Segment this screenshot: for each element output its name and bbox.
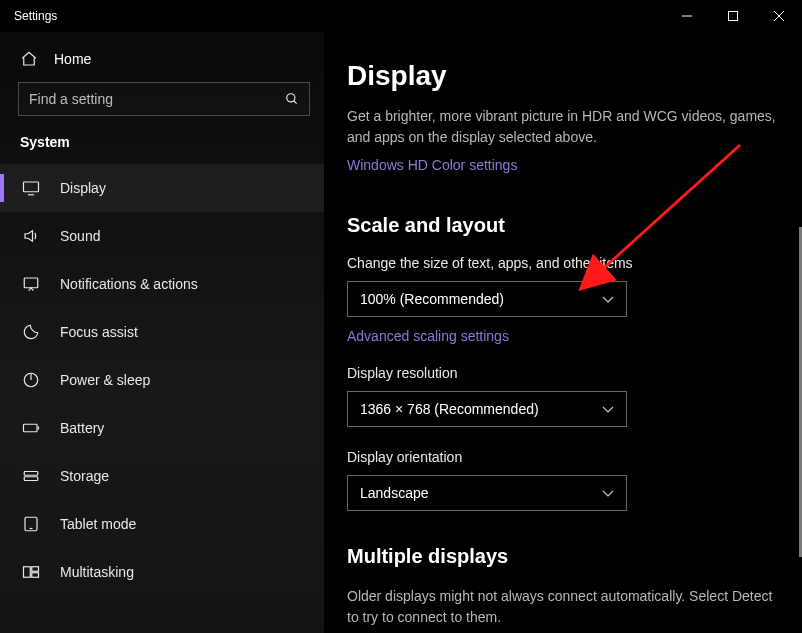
advanced-scaling-link[interactable]: Advanced scaling settings xyxy=(347,328,509,344)
sidebar-item-storage[interactable]: Storage xyxy=(0,452,324,500)
sidebar-item-display[interactable]: Display xyxy=(0,164,324,212)
window-title: Settings xyxy=(14,9,57,23)
sidebar-item-label: Display xyxy=(60,180,106,196)
sidebar-item-power-sleep[interactable]: Power & sleep xyxy=(0,356,324,404)
sidebar-item-label: Tablet mode xyxy=(60,516,136,532)
scale-dropdown[interactable]: 100% (Recommended) xyxy=(347,281,627,317)
battery-icon xyxy=(22,419,40,437)
chevron-down-icon xyxy=(602,403,614,415)
search-input[interactable] xyxy=(29,91,285,107)
svg-rect-11 xyxy=(24,424,38,432)
close-button[interactable] xyxy=(756,0,802,32)
display-icon xyxy=(22,179,40,197)
scale-layout-heading: Scale and layout xyxy=(347,214,780,237)
resolution-label: Display resolution xyxy=(347,365,780,381)
svg-rect-8 xyxy=(24,278,38,288)
settings-window: Settings Home xyxy=(0,0,802,633)
sidebar-item-label: Power & sleep xyxy=(60,372,150,388)
multiple-displays-heading: Multiple displays xyxy=(347,545,780,568)
search-icon xyxy=(285,92,299,106)
window-body: Home System Display xyxy=(0,32,802,633)
power-icon xyxy=(22,371,40,389)
sidebar-item-label: Storage xyxy=(60,468,109,484)
titlebar: Settings xyxy=(0,0,802,32)
search-box[interactable] xyxy=(18,82,310,116)
svg-point-4 xyxy=(287,94,295,102)
close-icon xyxy=(774,11,784,21)
sidebar-heading: System xyxy=(0,134,324,164)
maximize-button[interactable] xyxy=(710,0,756,32)
minimize-icon xyxy=(682,11,692,21)
window-controls xyxy=(664,0,802,32)
sound-icon xyxy=(22,227,40,245)
sidebar: Home System Display xyxy=(0,32,324,633)
sidebar-item-focus-assist[interactable]: Focus assist xyxy=(0,308,324,356)
storage-icon xyxy=(22,467,40,485)
sidebar-item-label: Sound xyxy=(60,228,100,244)
sidebar-item-label: Notifications & actions xyxy=(60,276,198,292)
multiple-displays-description: Older displays might not always connect … xyxy=(347,586,780,628)
hd-color-settings-link[interactable]: Windows HD Color settings xyxy=(347,157,517,173)
sidebar-item-label: Multitasking xyxy=(60,564,134,580)
sidebar-item-label: Battery xyxy=(60,420,104,436)
home-nav[interactable]: Home xyxy=(0,42,324,82)
maximize-icon xyxy=(728,11,738,21)
search-container xyxy=(0,82,324,134)
sidebar-item-multitasking[interactable]: Multitasking xyxy=(0,548,324,596)
svg-rect-17 xyxy=(24,567,31,578)
sidebar-item-sound[interactable]: Sound xyxy=(0,212,324,260)
svg-line-5 xyxy=(294,101,297,104)
minimize-button[interactable] xyxy=(664,0,710,32)
home-label: Home xyxy=(54,51,91,67)
sidebar-nav: Display Sound Notifications & actions xyxy=(0,164,324,633)
main-content: Display Get a brighter, more vibrant pic… xyxy=(324,32,802,633)
resolution-dropdown-value: 1366 × 768 (Recommended) xyxy=(360,401,539,417)
svg-rect-13 xyxy=(24,472,38,476)
orientation-dropdown-value: Landscape xyxy=(360,485,429,501)
notifications-icon xyxy=(22,275,40,293)
svg-rect-1 xyxy=(729,12,738,21)
orientation-label: Display orientation xyxy=(347,449,780,465)
svg-rect-18 xyxy=(32,567,39,572)
chevron-down-icon xyxy=(602,293,614,305)
sidebar-item-tablet-mode[interactable]: Tablet mode xyxy=(0,500,324,548)
focus-assist-icon xyxy=(22,323,40,341)
sidebar-item-label: Focus assist xyxy=(60,324,138,340)
svg-rect-6 xyxy=(24,182,39,192)
hdr-description: Get a brighter, more vibrant picture in … xyxy=(347,106,780,148)
scale-dropdown-value: 100% (Recommended) xyxy=(360,291,504,307)
home-icon xyxy=(20,50,38,68)
sidebar-item-battery[interactable]: Battery xyxy=(0,404,324,452)
multitasking-icon xyxy=(22,563,40,581)
page-title: Display xyxy=(347,60,780,92)
orientation-dropdown[interactable]: Landscape xyxy=(347,475,627,511)
tablet-icon xyxy=(22,515,40,533)
sidebar-item-notifications[interactable]: Notifications & actions xyxy=(0,260,324,308)
svg-rect-19 xyxy=(32,573,39,578)
chevron-down-icon xyxy=(602,487,614,499)
resolution-dropdown[interactable]: 1366 × 768 (Recommended) xyxy=(347,391,627,427)
svg-rect-14 xyxy=(24,477,38,481)
scale-label: Change the size of text, apps, and other… xyxy=(347,255,780,271)
